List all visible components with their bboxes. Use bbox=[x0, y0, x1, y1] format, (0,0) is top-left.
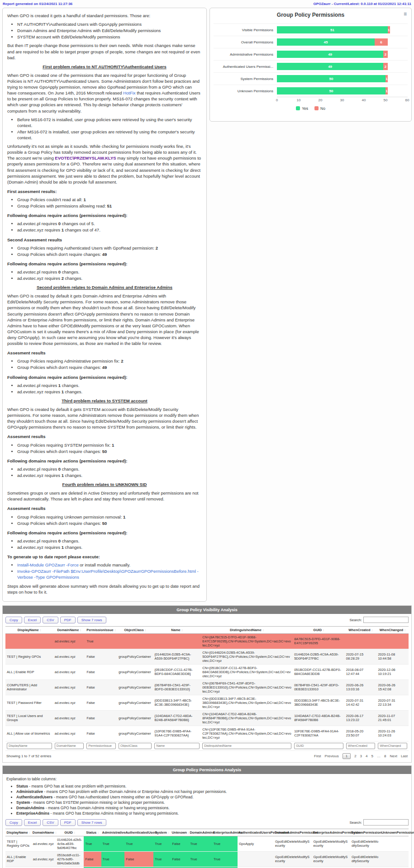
table-cell: True bbox=[84, 836, 101, 851]
chart-bar-segment-yes: 49 bbox=[277, 51, 383, 58]
inline-link[interactable]: Invoke-GPOZaurr -FilePath $Env:UserProfi… bbox=[17, 569, 199, 580]
pdf-button[interactable]: PDF bbox=[60, 617, 76, 623]
column-header-guid[interactable]: GUID↕ bbox=[56, 829, 84, 836]
page-button-previous[interactable]: Previous bbox=[325, 754, 339, 758]
excel-button[interactable]: Excel bbox=[24, 819, 41, 826]
column-header-name[interactable]: Name↕ bbox=[153, 626, 201, 633]
column-header-system[interactable]: System↕ bbox=[153, 829, 171, 836]
chart-menu-icon[interactable]: ≡ bbox=[404, 12, 407, 16]
bold-text: Status bbox=[16, 784, 28, 788]
column-header-distinguishedname[interactable]: DistinguishedName↕ bbox=[201, 626, 293, 633]
page-button-1[interactable]: 1 bbox=[343, 753, 351, 759]
filter-input-domainname[interactable] bbox=[55, 743, 84, 749]
list-item: Group Policies with permissions allowing… bbox=[17, 203, 202, 209]
table-cell: 2020-06-26 15:42:08 bbox=[376, 679, 409, 695]
column-header-authenticatedusers[interactable]: AuthenticatedUsers↕ bbox=[124, 829, 153, 836]
show-7-rows-button[interactable]: Show 7 rows bbox=[77, 617, 106, 623]
filter-cell bbox=[53, 741, 86, 750]
chart-bar-track: 456 bbox=[277, 38, 407, 46]
column-header-whencreated[interactable]: WhenCreated↕ bbox=[345, 626, 377, 633]
table-cell bbox=[238, 851, 274, 867]
column-header-displayname[interactable]: DisplayName↕ bbox=[5, 626, 53, 633]
bold-text: 50 bbox=[102, 521, 107, 526]
bullet-list: Group Policies requiring SYSTEM permissi… bbox=[9, 442, 202, 454]
column-header-domainname[interactable]: DomainName↕ bbox=[53, 626, 86, 633]
heading: To generate up to date report please exe… bbox=[7, 554, 202, 560]
search-input[interactable] bbox=[363, 617, 409, 623]
page-button-5[interactable]: 5 bbox=[371, 754, 373, 758]
filter-input-objectclass[interactable] bbox=[119, 743, 152, 749]
column-header-whenchanged[interactable]: WhenChanged↕ bbox=[376, 626, 409, 633]
csv-button[interactable]: CSV bbox=[43, 617, 58, 623]
bold-text: 50 bbox=[102, 449, 107, 454]
filter-input-name[interactable] bbox=[154, 743, 200, 749]
csv-button[interactable]: CSV bbox=[43, 819, 58, 826]
list-item: SYSTEM account with Edit/Delete/Modify p… bbox=[17, 34, 202, 40]
table-cell: 051BCDDF-CC11-427B-BDF0-684C0A6E3DDB bbox=[293, 664, 345, 679]
column-header-status[interactable]: Status↕ bbox=[84, 829, 101, 836]
filter-cell bbox=[376, 741, 409, 750]
column-header-enterpriseadminspermission[interactable]: EnterpriseAdminsPermission↕ bbox=[312, 829, 350, 836]
copy-button[interactable]: Copy bbox=[5, 819, 22, 826]
data-table: DisplayName↕DomainName↕PermissionIssue↕O… bbox=[5, 626, 409, 751]
filter-input-guid[interactable] bbox=[294, 743, 343, 749]
inline-link[interactable]: Install-Module GPOZaurr -Force bbox=[17, 562, 79, 567]
bold-text: 2 bbox=[121, 359, 123, 363]
table-row: ALL | Allow use of biometricsad.evotec.x… bbox=[5, 726, 409, 741]
show-7-rows-button[interactable]: Show 7 rows bbox=[77, 819, 106, 826]
column-header-systempermission[interactable]: SystemPermission↕ bbox=[350, 829, 381, 836]
column-header-permissionissue[interactable]: PermissionIssue↕ bbox=[85, 626, 117, 633]
table-cell: False bbox=[85, 710, 117, 726]
table-cell bbox=[376, 633, 409, 649]
column-header-displayname[interactable]: DisplayName↕ bbox=[5, 829, 32, 836]
page-button-last[interactable]: Last bbox=[401, 754, 408, 758]
bullet-list: Group Policies couldn't read at all: 1Gr… bbox=[9, 197, 202, 209]
page-button-3[interactable]: 3 bbox=[360, 754, 362, 758]
table-cell: TEST | Password Filter bbox=[5, 695, 53, 710]
column-header-domainname[interactable]: DomainName↕ bbox=[32, 829, 56, 836]
column-header-guid[interactable]: GUID↕ bbox=[293, 626, 345, 633]
chart-bar-track: 492 bbox=[277, 51, 407, 58]
report-generated-text: Report generated on 01/24/2021 11:27:36 bbox=[3, 2, 72, 6]
excel-button[interactable]: Excel bbox=[24, 617, 41, 623]
filter-cell bbox=[201, 741, 293, 750]
column-header-domainadminspermission[interactable]: DomainAdminsPermission↕ bbox=[274, 829, 312, 836]
table-cell: ALL | Enable RDP bbox=[5, 664, 53, 679]
page-button-8[interactable]: 8 bbox=[384, 754, 386, 758]
filter-input-permissionissue[interactable] bbox=[86, 743, 116, 749]
column-header-domainadmins[interactable]: DomainAdmins↕ bbox=[189, 829, 212, 836]
table-cell: {067B4F69-C541-429F-8DFD-0EB3ED133910} bbox=[153, 679, 201, 695]
heading: Second Assesment results bbox=[7, 237, 202, 243]
page-button-next[interactable]: Next bbox=[390, 754, 397, 758]
section-title: Group Policy Permissions Analysis bbox=[3, 766, 411, 774]
heading: Following domains require actions (permi… bbox=[7, 530, 202, 536]
filter-input-whencreated[interactable] bbox=[346, 743, 376, 749]
page-button-2[interactable]: 2 bbox=[354, 754, 356, 758]
chart-bar-segment-no: 1 bbox=[385, 75, 388, 82]
column-header-unknown[interactable]: Unknown↕ bbox=[171, 829, 189, 836]
column-header-objectclass[interactable]: ObjectClass↕ bbox=[117, 626, 153, 633]
search-input[interactable] bbox=[363, 819, 409, 826]
table-cell bbox=[153, 633, 201, 649]
page-button-first[interactable]: First bbox=[314, 754, 321, 758]
column-header-unknownpermission[interactable]: UnknownPermission↕ bbox=[381, 829, 409, 836]
inline-link[interactable]: HotFix bbox=[123, 90, 135, 95]
table-cell: False bbox=[171, 851, 189, 867]
heading: First assesment results: bbox=[7, 189, 202, 194]
legend-item-yes[interactable]: Yes bbox=[296, 106, 308, 111]
pdf-button[interactable]: PDF bbox=[60, 819, 76, 826]
filter-input-distinguishedname[interactable] bbox=[202, 743, 291, 749]
column-header-administrative[interactable]: Administrative↕ bbox=[101, 829, 125, 836]
table-cell: groupPolicyContainer bbox=[117, 726, 153, 741]
heading: Fourth problem relates to UNKNOWN SID bbox=[7, 481, 202, 487]
table-toolbar: CopyExcelCSVPDFShow 7 rowsSearch: bbox=[3, 816, 411, 828]
column-header-enterpriseadmins[interactable]: EnterpriseAdmins↕ bbox=[212, 829, 238, 836]
legend-item-no[interactable]: No bbox=[314, 106, 325, 111]
filter-cell bbox=[5, 741, 53, 750]
filter-input-whenchanged[interactable] bbox=[378, 743, 407, 749]
table-cell: True bbox=[153, 836, 171, 851]
page-button-4[interactable]: 4 bbox=[366, 754, 367, 758]
filter-input-displayname[interactable] bbox=[7, 743, 52, 749]
column-header-authenticateduserspermission[interactable]: AuthenticatedUsersPermission↕ bbox=[238, 829, 274, 836]
copy-button[interactable]: Copy bbox=[5, 617, 22, 623]
